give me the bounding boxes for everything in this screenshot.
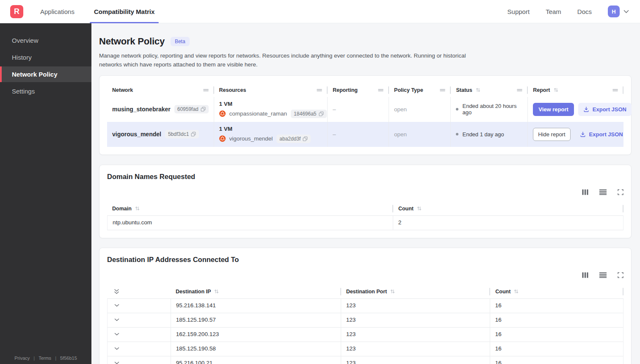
- column-header-count[interactable]: Count: [490, 285, 623, 298]
- reporting-value: –: [333, 106, 383, 113]
- network-name: vigorous_mendel: [112, 131, 161, 138]
- network-table-row[interactable]: vigorous_mendel 5bdf3dc1 1 VM: [107, 122, 623, 147]
- column-header-domain[interactable]: Domain: [107, 202, 393, 215]
- sort-icon: [390, 289, 395, 294]
- row-expand-icon[interactable]: [114, 304, 119, 307]
- app-logo[interactable]: R: [10, 5, 23, 18]
- hide-report-button[interactable]: Hide report: [533, 128, 570, 141]
- row-expand-icon[interactable]: [114, 318, 119, 322]
- network-id-badge: 60959fad: [174, 105, 209, 113]
- copy-icon[interactable]: [201, 107, 206, 112]
- vm-summary: 1 VM: [219, 126, 322, 132]
- expander-cell: [108, 342, 171, 356]
- sort-icon: [475, 87, 481, 93]
- export-json-label: Export JSON: [593, 106, 626, 113]
- column-resize-handle-icon[interactable]: [378, 88, 384, 92]
- resources-cell: 1 VM compassionate_raman 184696a5: [214, 97, 328, 122]
- rows-view-icon[interactable]: [599, 272, 607, 278]
- row-expand-icon[interactable]: [114, 361, 119, 364]
- destinations-card-title: Destination IP Addresses Connected To: [107, 256, 623, 264]
- column-header-report[interactable]: Report: [528, 83, 623, 97]
- sidebar-item-history[interactable]: History: [0, 50, 91, 65]
- row-expand-icon[interactable]: [114, 347, 119, 350]
- column-header-count[interactable]: Count: [393, 202, 623, 215]
- column-header-destination-port[interactable]: Destination Port: [341, 285, 491, 298]
- tab-applications[interactable]: Applications: [40, 0, 74, 23]
- column-label: Resources: [219, 87, 246, 93]
- policy-type-cell: open: [389, 97, 451, 122]
- policy-type-value: open: [394, 106, 445, 113]
- vm-summary: 1 VM: [219, 101, 322, 107]
- sidebar-footer: Privacy | Terms | 5f56b15: [0, 356, 91, 361]
- column-header-policy-type[interactable]: Policy Type: [389, 83, 451, 97]
- network-table-row[interactable]: musing_stonebraker 60959fad 1 VM: [107, 97, 623, 122]
- column-header-resources[interactable]: Resources: [214, 83, 328, 97]
- sidebar-item-network-policy[interactable]: Network Policy: [0, 66, 91, 82]
- user-menu[interactable]: H: [608, 6, 629, 17]
- columns-view-icon[interactable]: [582, 272, 588, 278]
- reporting-cell: –: [328, 122, 389, 147]
- fullscreen-icon[interactable]: [618, 189, 623, 195]
- column-resize-handle-icon[interactable]: [516, 88, 523, 92]
- row-expand-icon[interactable]: [114, 333, 119, 336]
- copy-icon[interactable]: [191, 132, 196, 137]
- column-label: Report: [533, 87, 550, 93]
- page-head: Network Policy Beta: [99, 36, 632, 47]
- network-id: 5bdf3dc1: [168, 131, 189, 137]
- columns-view-icon[interactable]: [582, 189, 588, 195]
- column-label: Destination Port: [346, 289, 387, 295]
- destination-table-row: 185.125.190.57 123 16: [108, 313, 623, 328]
- network-cell: vigorous_mendel 5bdf3dc1: [107, 122, 214, 147]
- sidebar-item-overview[interactable]: Overview: [0, 33, 91, 48]
- main-content: Network Policy Beta Manage network polic…: [91, 23, 640, 364]
- view-report-button[interactable]: View report: [533, 103, 574, 116]
- download-icon: [583, 106, 589, 112]
- destination-ip-cell: 185.125.190.58: [171, 342, 341, 356]
- destination-table-row: 185.125.190.58 123 16: [108, 342, 623, 356]
- column-header-network[interactable]: Network: [107, 83, 214, 97]
- copy-icon[interactable]: [319, 111, 324, 116]
- fullscreen-icon[interactable]: [618, 272, 623, 278]
- nav-link-docs[interactable]: Docs: [577, 8, 592, 15]
- terms-link[interactable]: Terms: [39, 356, 51, 361]
- count-cell: 16: [490, 356, 623, 364]
- copy-icon[interactable]: [303, 136, 308, 141]
- export-json-button[interactable]: Export JSON: [578, 103, 632, 116]
- status-dot: [456, 133, 458, 135]
- nav-link-team[interactable]: Team: [546, 8, 561, 15]
- destination-port-cell: 123: [341, 356, 490, 364]
- page-title: Network Policy: [99, 36, 165, 47]
- count-cell: 16: [490, 313, 623, 327]
- expand-all-icon[interactable]: [114, 289, 119, 295]
- column-label: Destination IP: [176, 289, 211, 295]
- resource-name: compassionate_raman: [229, 110, 287, 117]
- export-json-button[interactable]: Export JSON: [575, 128, 628, 141]
- reporting-cell: –: [328, 97, 389, 122]
- destinations-table-header: Destination IP Destination Port Count: [107, 285, 623, 298]
- column-header-status[interactable]: Status: [451, 83, 528, 97]
- column-resize-handle-icon[interactable]: [316, 88, 323, 92]
- network-name: musing_stonebraker: [112, 106, 171, 113]
- count-cell: 16: [490, 328, 623, 342]
- column-header-destination-ip[interactable]: Destination IP: [171, 285, 341, 298]
- column-resize-handle-icon[interactable]: [612, 88, 618, 92]
- expand-all-header[interactable]: [107, 285, 171, 298]
- tab-compatibility-matrix[interactable]: Compatibility Matrix: [94, 0, 154, 23]
- column-label: Reporting: [333, 87, 358, 93]
- sidebar-item-settings[interactable]: Settings: [0, 83, 91, 99]
- expander-cell: [108, 356, 171, 364]
- networks-card: Network Resources Reporting: [99, 75, 632, 155]
- destination-table-row: 162.159.200.123 123 16: [108, 328, 623, 342]
- column-header-reporting[interactable]: Reporting: [328, 83, 389, 97]
- top-navbar: R Applications Compatibility Matrix Supp…: [0, 0, 640, 23]
- column-resize-handle-icon[interactable]: [439, 88, 446, 92]
- nav-link-support[interactable]: Support: [508, 8, 530, 15]
- destination-ip-cell: 162.159.200.123: [171, 328, 341, 342]
- avatar[interactable]: H: [608, 6, 620, 17]
- count-cell: 2: [393, 216, 623, 230]
- privacy-link[interactable]: Privacy: [14, 356, 30, 361]
- column-resize-handle-icon[interactable]: [203, 88, 209, 92]
- destination-table-row: 95.216.100.21 123 16: [108, 356, 623, 364]
- rows-view-icon[interactable]: [599, 189, 607, 195]
- count-cell: 16: [490, 342, 623, 356]
